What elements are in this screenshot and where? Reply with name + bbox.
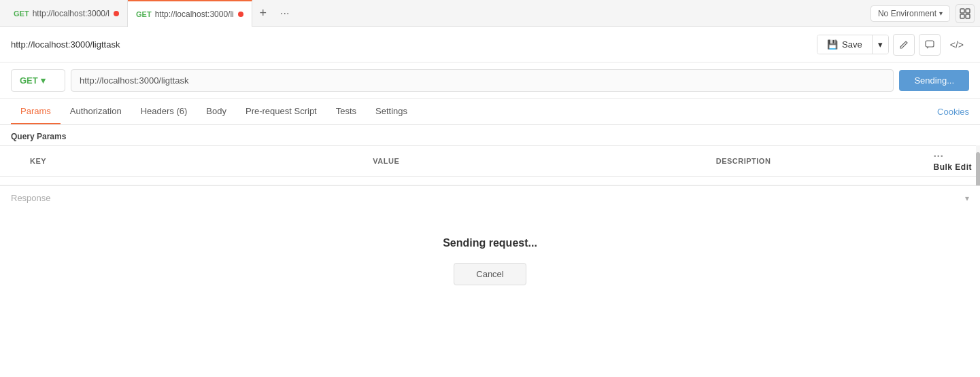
tab-tests[interactable]: Tests xyxy=(326,99,366,124)
params-table-container: KEY VALUE DESCRIPTION ··· Bulk Edit xyxy=(0,145,980,185)
url-input[interactable] xyxy=(71,69,894,92)
environment-chevron: ▾ xyxy=(939,10,943,17)
edit-icon-button[interactable] xyxy=(893,34,915,56)
save-button-group: 💾 Save ▾ xyxy=(817,35,889,54)
code-button[interactable]: </> xyxy=(945,37,969,53)
query-params-header: Query Params xyxy=(0,125,980,145)
environment-selector[interactable]: No Environment ▾ xyxy=(871,5,950,22)
cookies-link[interactable]: Cookies xyxy=(937,100,969,124)
tab-1[interactable]: GET http://localhost:3000/l xyxy=(5,0,128,27)
tab-1-dot xyxy=(114,11,119,16)
tab-1-url: http://localhost:3000/l xyxy=(33,9,109,18)
environment-label: No Environment xyxy=(878,9,936,18)
save-dropdown-button[interactable]: ▾ xyxy=(872,35,888,54)
request-header: http://localhost:3000/ligttask 💾 Save ▾ … xyxy=(0,27,980,62)
col-key-header: KEY xyxy=(22,146,365,177)
tab-authorization[interactable]: Authorization xyxy=(61,99,131,124)
code-icon: </> xyxy=(950,39,964,50)
tabs-navigation: Params Authorization Headers (6) Body Pr… xyxy=(0,99,980,125)
save-button[interactable]: 💾 Save xyxy=(817,35,872,54)
comment-icon-button[interactable] xyxy=(919,34,941,56)
comment-icon xyxy=(925,40,934,50)
svg-rect-3 xyxy=(966,14,970,18)
table-more-icon[interactable]: ··· xyxy=(933,150,943,162)
scrollbar-thumb[interactable] xyxy=(976,152,980,185)
send-button[interactable]: Sending... xyxy=(899,70,969,91)
response-label: Response xyxy=(11,193,51,203)
col-actions-header: ··· Bulk Edit xyxy=(925,146,980,177)
col-value-header: VALUE xyxy=(365,146,707,177)
col-check-header xyxy=(0,146,22,177)
svg-rect-2 xyxy=(960,14,964,18)
table-row-empty xyxy=(0,177,980,185)
tab-1-method: GET xyxy=(14,10,29,18)
method-selector[interactable]: GET ▾ xyxy=(11,69,65,92)
params-table: KEY VALUE DESCRIPTION ··· Bulk Edit xyxy=(0,145,980,185)
save-label: Save xyxy=(842,39,862,50)
workspace-svg xyxy=(960,8,970,19)
tab-body[interactable]: Body xyxy=(197,99,236,124)
svg-rect-4 xyxy=(926,41,934,47)
cancel-button[interactable]: Cancel xyxy=(454,263,526,285)
bulk-edit-button[interactable]: Bulk Edit xyxy=(933,162,972,172)
tab-2-method: GET xyxy=(136,10,152,18)
method-chevron: ▾ xyxy=(41,75,46,86)
tab-2[interactable]: GET http://localhost:3000/li xyxy=(128,0,252,27)
request-title: http://localhost:3000/ligttask xyxy=(11,39,817,50)
tab-2-dot xyxy=(238,12,243,17)
method-label: GET xyxy=(20,75,38,86)
response-chevron[interactable]: ▾ xyxy=(965,194,969,203)
svg-rect-0 xyxy=(960,9,964,13)
tab-2-url: http://localhost:3000/li xyxy=(155,10,234,19)
save-icon: 💾 xyxy=(827,39,838,50)
scrollbar-track[interactable] xyxy=(976,145,980,185)
sending-overlay: Sending request... Cancel xyxy=(0,210,980,306)
tab-settings[interactable]: Settings xyxy=(366,99,417,124)
save-dropdown-chevron: ▾ xyxy=(878,39,883,50)
svg-rect-1 xyxy=(966,9,970,13)
header-actions: 💾 Save ▾ </> xyxy=(817,34,969,56)
url-bar: GET ▾ Sending... xyxy=(0,62,980,99)
workspace-icon[interactable] xyxy=(956,4,975,23)
tab-headers[interactable]: Headers (6) xyxy=(131,99,197,124)
response-panel-header: Response ▾ xyxy=(0,185,980,210)
col-desc-header: DESCRIPTION xyxy=(708,146,926,177)
tab-prerequest[interactable]: Pre-request Script xyxy=(236,99,326,124)
more-tabs-button[interactable]: ··· xyxy=(274,3,296,24)
tab-params[interactable]: Params xyxy=(11,99,61,124)
add-tab-button[interactable]: + xyxy=(252,3,274,24)
sending-message: Sending request... xyxy=(443,237,537,249)
pencil-icon xyxy=(899,40,909,50)
tab-bar: GET http://localhost:3000/l GET http://l… xyxy=(0,0,980,27)
